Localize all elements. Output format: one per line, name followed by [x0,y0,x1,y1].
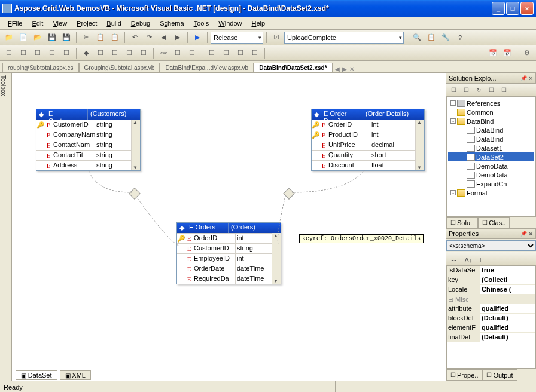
cut-icon[interactable]: ✂ [80,31,93,44]
table-customers[interactable]: ◆E Customers(Customers) 🔑ECustomerIDstri… [36,109,141,171]
s-btn-9[interactable]: ☐ [123,47,136,60]
dataset-tab[interactable]: ▣ DataSet [16,370,57,380]
table-row[interactable]: 🔑EOrderIDint [312,120,424,130]
properties-object-selector[interactable]: <xs:schema> [446,240,536,251]
start-icon[interactable]: ▶ [191,31,204,44]
doctab-1[interactable]: Grouping\Subtotal.aspx.vb [79,63,160,72]
se-showall-icon[interactable]: ☐ [485,84,497,96]
open-icon[interactable]: 📂 [31,31,44,44]
properties-grid[interactable]: IsDataSetruekey(CollectiLocaleChinese (⊟… [446,265,536,369]
s-btn-11[interactable]: ☐ [171,47,184,60]
tree-node[interactable]: Dataset1 [448,143,534,152]
relation-connector[interactable] [129,188,141,200]
table-row[interactable]: 🔑EProductIDint [312,130,424,140]
nav-fwd-icon[interactable]: ▶ [171,31,184,44]
property-value[interactable]: (Collecti [480,275,535,284]
s-btn-12[interactable]: ☐ [185,47,199,60]
table-row[interactable]: EQuantityshort [312,150,424,160]
table-row[interactable]: 🔑ECustomerIDstring [36,120,140,130]
table-order-details[interactable]: ◆E Order Detail(Order Details) 🔑EOrderID… [311,109,425,171]
custom-dropdown[interactable]: UploadComplete [284,32,404,44]
toolbox-tab[interactable]: Toolbox [0,73,12,381]
redo-icon[interactable]: ↷ [142,31,156,44]
s-btn-1[interactable]: ☐ [2,47,16,60]
menu-view[interactable]: View [48,19,71,28]
relation-connector[interactable] [283,188,295,200]
table-row[interactable]: EAddressstring [36,160,140,170]
paste-icon[interactable]: 📋 [108,31,121,44]
se-refresh-icon[interactable]: ↻ [473,84,485,96]
expand-icon[interactable]: + [450,100,456,106]
menu-debug[interactable]: Debug [127,19,154,28]
doctab-0[interactable]: rouping\Subtotal.aspx.cs [2,63,79,72]
table-row[interactable]: 🔑EOrderIDint [177,233,281,243]
table-row[interactable]: ECustomerIDstring [177,243,281,253]
tree-node[interactable]: ExpandCh [448,179,534,188]
config-dropdown[interactable]: Release [211,32,263,44]
table-orders[interactable]: ◆E Orders(Orders) 🔑EOrderIDintECustomerI… [176,222,281,284]
minimize-button[interactable]: _ [492,2,505,15]
xsd-designer[interactable]: ◆E Customers(Customers) 🔑ECustomerIDstri… [12,73,446,381]
tree-node[interactable]: DataSet2 [448,152,534,161]
alphabetical-icon[interactable]: A↓ [462,253,475,267]
property-row[interactable]: blockDef(Default) [447,314,535,323]
copy-icon[interactable]: 📋 [94,31,107,44]
table-row[interactable]: EContactTitstring [36,150,140,160]
solution-tree[interactable]: +ReferencesCommon-DataBindDataBindDataBi… [446,97,536,216]
menu-build[interactable]: Build [102,19,125,28]
menu-project[interactable]: Project [72,19,101,28]
menu-edit[interactable]: Edit [28,19,47,28]
property-value[interactable]: Chinese ( [480,285,535,294]
menu-file[interactable]: FFileFile [4,19,26,28]
pin-icon[interactable]: 📌 [520,231,527,237]
property-row[interactable]: elementFqualified [447,323,535,333]
add-item-icon[interactable]: 📄 [17,31,30,44]
scroll-icon[interactable] [272,233,281,284]
close-button[interactable]: × [520,2,534,15]
doctab-2[interactable]: DataBind\Expa...dView.aspx.vb [160,63,254,72]
s-btn-exe[interactable]: .exe [157,47,170,60]
property-row[interactable]: LocaleChinese ( [447,285,535,295]
property-value[interactable]: qualified [480,304,535,313]
s-btn-2[interactable]: ☐ [17,47,30,60]
se-btn-1[interactable]: ☐ [447,84,459,96]
menu-schema[interactable]: Schema [156,19,188,28]
s-btn-16[interactable]: ☐ [248,47,261,60]
maximize-button[interactable]: □ [506,2,519,15]
doctab-3[interactable]: DataBind\DataSet2.xsd* [254,63,332,72]
menu-window[interactable]: Window [214,19,246,28]
new-project-icon[interactable]: 📁 [2,31,16,44]
tree-node[interactable]: DemoData [448,161,534,170]
panel-close-icon[interactable]: ✕ [528,231,533,237]
tree-node[interactable]: DataBind [448,134,534,143]
nav-back-icon[interactable]: ◀ [157,31,170,44]
save-all-icon[interactable]: 💾 [60,31,73,44]
tab-nav-right-icon[interactable]: ▶ [342,66,347,72]
s-btn-14[interactable]: ☐ [220,47,233,60]
property-value[interactable]: qualified [480,323,535,332]
pin-icon[interactable]: 📌 [520,75,527,81]
property-row[interactable]: attributequalified [447,304,535,314]
property-category[interactable]: ⊟ Misc [447,295,535,304]
properties-tab[interactable]: ☐ Prope.. [446,369,482,381]
table-row[interactable]: EDiscountfloat [312,160,424,170]
s-btn-7[interactable]: ☐ [94,47,107,60]
help-icon[interactable]: ? [453,31,467,44]
tree-node[interactable]: DataBind [448,125,534,134]
property-row[interactable]: IsDataSetrue [447,266,535,275]
se-btn-2[interactable]: ☐ [460,84,472,96]
props-pages-icon[interactable]: ☐ [476,253,489,267]
table-row[interactable]: EContactNamstring [36,140,140,150]
custom-icon[interactable]: ☑ [270,31,283,44]
tree-node[interactable]: -Format [448,188,534,197]
property-icon[interactable]: 📋 [425,31,438,44]
property-row[interactable]: key(Collecti [447,275,535,285]
scroll-icon[interactable] [415,120,424,170]
expand-icon[interactable]: - [450,118,456,124]
output-tab[interactable]: ☐ Output [482,369,517,381]
s-btn-19[interactable]: ⚙ [520,47,534,60]
se-properties-icon[interactable]: ☐ [498,84,510,96]
xml-tab[interactable]: ▣ XML [60,370,91,380]
s-btn-15[interactable]: ☐ [234,47,247,60]
save-icon[interactable]: 💾 [45,31,59,44]
